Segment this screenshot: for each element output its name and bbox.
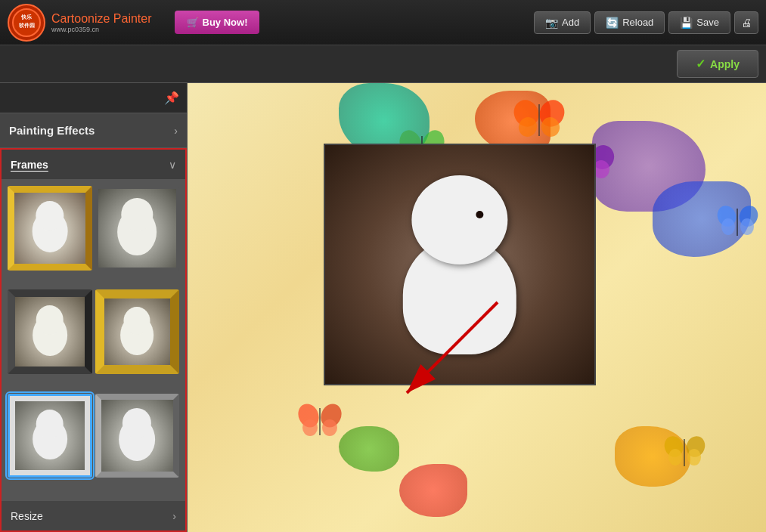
svg-point-19 (737, 204, 758, 229)
butterfly-2 (513, 98, 566, 143)
svg-text:软件园: 软件园 (18, 22, 35, 28)
svg-text:快乐: 快乐 (20, 14, 32, 20)
butterfly-4 (717, 204, 758, 241)
frames-label: Frames (11, 159, 169, 171)
butterfly-5 (297, 402, 343, 441)
svg-point-11 (539, 115, 562, 138)
svg-point-20 (721, 218, 735, 235)
frame-thumb-3[interactable] (8, 289, 92, 374)
svg-point-8 (513, 98, 543, 131)
frames-section: Frames ∨ (0, 148, 187, 532)
reload-label: Reload (622, 17, 653, 28)
logo-area: 快乐 软件园 Cartoonize Painter www.pc0359.cn (8, 4, 152, 42)
reload-button[interactable]: 🔄 Reload (594, 11, 665, 34)
paint-blob-orange (475, 91, 550, 151)
main-image-container (324, 144, 596, 385)
toolbar2: ✓ Apply (0, 45, 766, 83)
frames-arrow: ∨ (169, 159, 176, 171)
svg-point-28 (664, 435, 686, 459)
painting-effects-arrow: › (174, 125, 178, 137)
main-content: 📌 Painting Effects › Frames ∨ (0, 83, 766, 532)
frame-thumb-4[interactable] (95, 289, 180, 374)
svg-point-30 (668, 449, 682, 466)
panel-header: 📌 (0, 83, 187, 113)
print-icon: 🖨 (741, 17, 752, 29)
svg-point-10 (516, 115, 539, 138)
reload-icon: 🔄 (606, 17, 619, 29)
main-rabbit-bg (325, 145, 594, 384)
svg-point-25 (302, 419, 318, 436)
left-panel: 📌 Painting Effects › Frames ∨ (0, 83, 188, 532)
header: 快乐 软件园 Cartoonize Painter www.pc0359.cn … (0, 0, 766, 45)
add-icon: 📷 (545, 17, 558, 29)
pin-icon[interactable]: 📌 (164, 91, 179, 105)
svg-point-24 (317, 402, 343, 431)
save-label: Save (696, 17, 719, 28)
canvas-area (188, 83, 766, 532)
frames-grid (2, 180, 185, 500)
main-rabbit-eye (476, 211, 484, 218)
butterfly-6 (664, 435, 706, 472)
resize-row[interactable]: Resize › (2, 500, 185, 530)
apply-button[interactable]: ✓ Apply (677, 50, 758, 78)
svg-point-29 (684, 435, 706, 459)
svg-point-18 (717, 204, 739, 229)
logo-title: Cartoonize Painter (51, 12, 152, 26)
frames-header[interactable]: Frames ∨ (2, 150, 185, 180)
paint-blob-green (339, 426, 399, 472)
buy-now-label: Buy Now! (203, 17, 248, 28)
resize-label: Resize (11, 510, 172, 522)
svg-point-31 (687, 449, 701, 466)
svg-point-23 (297, 402, 323, 431)
resize-arrow: › (172, 510, 176, 522)
logo-cartoonize: Cartoonize Painter (51, 12, 152, 25)
paint-blob-blue (653, 181, 751, 257)
save-icon: 💾 (680, 17, 693, 29)
main-rabbit-head (411, 175, 507, 265)
print-button[interactable]: 🖨 (734, 11, 758, 34)
frame-thumb-1[interactable] (8, 186, 92, 271)
add-label: Add (562, 17, 579, 28)
painting-effects-row[interactable]: Painting Effects › (0, 113, 187, 148)
svg-point-21 (740, 218, 754, 235)
frame-thumb-2[interactable] (95, 186, 180, 271)
logo-text: Cartoonize Painter www.pc0359.cn (51, 12, 152, 33)
buy-now-icon: 🛒 (187, 17, 199, 28)
add-button[interactable]: 📷 Add (534, 11, 591, 34)
painting-effects-label: Painting Effects (9, 124, 174, 137)
frame-thumb-6[interactable] (95, 394, 180, 478)
buy-now-button[interactable]: 🛒 Buy Now! (175, 11, 260, 34)
main-rabbit (372, 175, 547, 354)
logo-subtitle: www.pc0359.cn (51, 26, 152, 33)
paint-blob-yellow-orange (615, 426, 690, 487)
frame-thumb-5[interactable] (8, 394, 92, 478)
svg-point-26 (322, 419, 337, 436)
save-button[interactable]: 💾 Save (668, 11, 730, 34)
apply-checkmark-icon: ✓ (696, 57, 706, 71)
paint-blob-red (399, 464, 467, 517)
logo-icon: 快乐 软件园 (8, 4, 45, 42)
paint-blob-purple (592, 121, 706, 212)
apply-label: Apply (710, 58, 740, 70)
svg-point-9 (535, 98, 566, 131)
toolbar-right: 📷 Add 🔄 Reload 💾 Save 🖨 (534, 11, 758, 34)
